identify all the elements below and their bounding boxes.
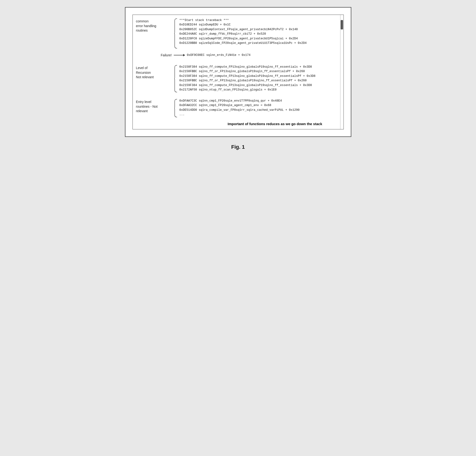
code-line: ... bbox=[179, 112, 327, 117]
brace-svg-recursion bbox=[174, 65, 178, 93]
code-common-error: ***Start stack traceback *** 0xD10ED244 … bbox=[178, 18, 327, 45]
code-line: 0x2158F384 sqlno_ff_compute_FP13sqlno_gl… bbox=[179, 65, 327, 69]
code-line: 0xDE244A8C sqlrr_dump_ffdc_FP8sqlrr_cbiT… bbox=[179, 32, 327, 36]
page-container: common error handling routines ***Start … bbox=[125, 7, 351, 137]
brace-entry bbox=[174, 99, 178, 118]
inner-content: common error handling routines ***Start … bbox=[136, 18, 332, 126]
diagram-box: common error handling routines ***Start … bbox=[133, 15, 344, 129]
code-line: 0xDFAA7C3C sq1nn_cmp1_FP20sqle_env1T7PP9… bbox=[179, 99, 327, 103]
code-line: 0xDE514DD0 sq1ra_compile_var_FP8sq1rr_sq… bbox=[179, 108, 327, 112]
label-recursion: Level of Recursion Not relevant bbox=[136, 65, 174, 80]
failure-arrow bbox=[174, 53, 185, 57]
code-line: 0x200B852C sqldDumpContext_FPsqle_agent_… bbox=[179, 27, 327, 32]
code-line: 0x2158FBBC sqlno_ff_or_FP13sqlno_globals… bbox=[179, 78, 327, 83]
brace-common-error bbox=[174, 18, 178, 49]
code-line: 0x2159F384 sqlno_ff_compute_FP13sqlno_gl… bbox=[179, 83, 327, 88]
code-line: 0x2158F384 sqlno_ff_compute_FP13sqlno_gl… bbox=[179, 74, 327, 78]
code-line: 0x2172AF50 sqlno_ntup_ff_scan_FP13sqlno_… bbox=[179, 88, 327, 92]
section-recursion: Level of Recursion Not relevant 0x2158F3… bbox=[136, 65, 327, 93]
fig-label: Fig. 1 bbox=[231, 144, 245, 150]
failure-row: Failure! 0xDF9C08EC sqlnn_erds_FiN41e + … bbox=[136, 53, 327, 57]
code-entry: 0xDFAA7C3C sq1nn_cmp1_FP20sqle_env1T7PP9… bbox=[178, 99, 327, 117]
section-entry: Entry level rountines - Not relevant 0xD… bbox=[136, 99, 327, 118]
bottom-note: Important of functions reduces as we go … bbox=[136, 122, 327, 126]
brace-svg-entry bbox=[174, 99, 178, 118]
svg-marker-1 bbox=[183, 54, 185, 56]
code-line: 0xD10ED244 sqloDumpEDU + 0x1C bbox=[179, 23, 327, 27]
label-entry: Entry level rountines - Not relevant bbox=[136, 99, 174, 114]
label-common-error: common error handling routines bbox=[136, 18, 174, 33]
arrow-svg bbox=[174, 53, 185, 57]
code-line: 0xDFAA32CC sq1nn_cmp1_FP20sqle_agent_cmp… bbox=[179, 103, 327, 108]
scrollbar-thumb[interactable] bbox=[341, 20, 343, 29]
brace-recursion bbox=[174, 65, 178, 93]
scrollbar[interactable] bbox=[340, 15, 343, 129]
failure-label: Failure! bbox=[136, 53, 174, 57]
code-line: 0xD1220FC0 sqlzeDumpFFDC_FP20sqle_agent_… bbox=[179, 36, 327, 41]
failure-code-line: 0xDF9C08EC sqlnn_erds_FiN41e + 0x174 bbox=[187, 53, 251, 57]
code-line: 0x2158FBBC sqlno_ff_or_FP13sqlno_globals… bbox=[179, 69, 327, 74]
code-line: 0xD1220BB0 sqlzeSq1Code_FP20sqle_agent_p… bbox=[179, 41, 327, 45]
section-common-error: common error handling routines ***Start … bbox=[136, 18, 327, 49]
code-line: ***Start stack traceback *** bbox=[179, 18, 327, 23]
code-recursion: 0x2158F384 sqlno_ff_compute_FP13sqlno_gl… bbox=[178, 65, 327, 92]
brace-svg-common-error bbox=[174, 18, 178, 49]
